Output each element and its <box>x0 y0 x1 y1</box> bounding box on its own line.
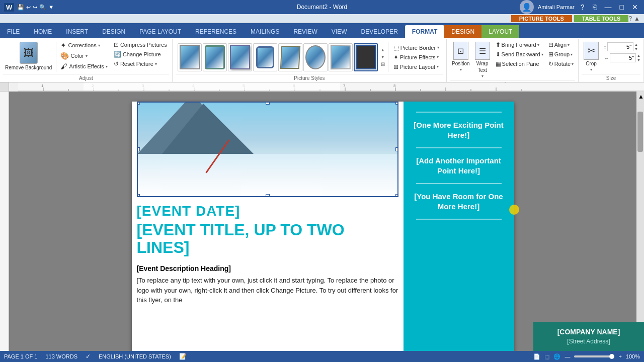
pic-style-8[interactable] <box>354 43 378 71</box>
tab-view[interactable]: VIEW <box>325 25 354 38</box>
gallery-scroll-up[interactable]: ▲ <box>380 47 386 54</box>
pic-style-2[interactable] <box>203 43 227 71</box>
width-up[interactable]: ▲ <box>637 53 640 58</box>
ribbon-collapse-button[interactable]: ⎗ <box>591 3 599 11</box>
picture-layout-button[interactable]: ⊞ Picture Layout ▾ <box>391 62 441 71</box>
artistic-effects-button[interactable]: 🖌 Artistic Effects ▾ <box>58 61 109 71</box>
group-arrow: ▾ <box>571 52 573 57</box>
width-input[interactable] <box>610 53 636 62</box>
language[interactable]: ENGLISH (UNITED STATES) <box>99 353 171 359</box>
tab-mailings[interactable]: MAILINGS <box>244 25 286 38</box>
redo-button[interactable]: ↪ <box>33 4 37 11</box>
handle-top-middle[interactable] <box>266 102 270 105</box>
handle-top-right[interactable] <box>395 102 398 105</box>
pic-style-4[interactable] <box>253 43 277 71</box>
pic-style-6[interactable] <box>303 43 328 71</box>
corrections-button[interactable]: ✦ Corrections ▾ <box>58 40 109 50</box>
reset-picture-button[interactable]: ↺ Reset Picture ▾ <box>112 59 169 68</box>
view-layout-icon[interactable]: ⬚ <box>544 353 549 360</box>
change-picture-button[interactable]: 🔄 Change Picture <box>112 50 169 59</box>
gallery-more[interactable]: ⊞ <box>380 61 386 68</box>
picture-effects-button[interactable]: ✦ Picture Effects ▾ <box>391 53 441 62</box>
handle-top-left[interactable] <box>137 102 140 105</box>
wrap-text-button[interactable]: ☰ Wrap Text ▾ <box>473 40 492 80</box>
tab-design[interactable]: DESIGN <box>95 25 132 38</box>
view-print-icon[interactable]: 📄 <box>533 353 540 360</box>
handle-bottom-right[interactable] <box>395 194 398 197</box>
tab-format[interactable]: FORMAT <box>405 25 444 38</box>
minimize-button[interactable]: — <box>603 3 614 11</box>
zoom-out-button[interactable]: — <box>565 353 570 359</box>
position-button[interactable]: ⊡ Position ▾ <box>450 40 472 73</box>
tab-home[interactable]: HOME <box>27 25 59 38</box>
view-web-icon[interactable]: 🌐 <box>553 353 560 360</box>
maximize-button[interactable]: □ <box>618 3 626 11</box>
username: Amirali Parmar <box>538 4 575 10</box>
user-avatar[interactable]: 👤 <box>520 0 534 14</box>
collapse-ribbon-icon[interactable]: ▲ <box>634 15 640 22</box>
remove-background-button[interactable]: 🖼 Remove Background <box>3 40 54 72</box>
height-up[interactable]: ▲ <box>634 42 638 47</box>
tab-insert[interactable]: INSERT <box>59 25 95 38</box>
zoom-slider[interactable] <box>574 355 614 357</box>
event-image[interactable] <box>137 102 398 197</box>
tab-developer[interactable]: DEVELOPER <box>354 25 405 38</box>
picture-border-button[interactable]: ⬚ Picture Border ▾ <box>391 43 441 52</box>
event-date[interactable]: [EVENT DATE] <box>137 203 398 219</box>
scroll-thumb[interactable] <box>637 112 643 152</box>
right-point-1[interactable]: [One More Exciting Point Here!] <box>411 120 507 140</box>
handle-middle-left[interactable] <box>137 147 140 151</box>
handle-bottom-left[interactable] <box>137 194 140 197</box>
tab-review[interactable]: REVIEW <box>286 25 324 38</box>
print-preview-button[interactable]: 🔍 <box>39 4 46 11</box>
zoom-level[interactable]: 100% <box>626 353 640 359</box>
pic-style-5[interactable] <box>278 43 302 71</box>
right-point-3[interactable]: [You Have Room for One More Here!] <box>411 192 507 211</box>
compress-pictures-button[interactable]: ⊡ Compress Pictures <box>112 40 169 49</box>
customize-button[interactable]: ▼ <box>48 4 54 10</box>
picture-styles-label: Picture Styles <box>176 74 443 81</box>
help-button[interactable]: ? <box>579 3 587 11</box>
cursor-indicator <box>509 205 519 215</box>
bring-forward-button[interactable]: ⬆ Bring Forward ▾ <box>494 40 545 49</box>
color-button[interactable]: 🎨 Color ▾ <box>58 51 109 61</box>
adjust-small-buttons: ✦ Corrections ▾ 🎨 Color ▾ 🖌 Artistic Eff… <box>58 40 109 71</box>
zoom-in-button[interactable]: + <box>618 353 621 359</box>
track-changes-icon[interactable]: 📝 <box>179 353 187 360</box>
page-container[interactable]: [EVENT DATE] [EVENT TITLE, UP TO TWO LIN… <box>9 92 636 351</box>
help-icon[interactable]: ? <box>628 15 632 22</box>
handle-bottom-middle[interactable] <box>266 194 270 197</box>
pic-style-1[interactable] <box>178 43 202 71</box>
crop-arrow: ▾ <box>590 67 592 72</box>
align-button[interactable]: ⊟ Align ▾ <box>547 40 575 49</box>
crop-button[interactable]: ✂ Crop ▾ <box>582 40 601 73</box>
pic-style-3[interactable] <box>228 43 252 71</box>
send-backward-button[interactable]: ⬇ Send Backward ▾ <box>494 50 545 59</box>
selection-pane-button[interactable]: ▦ Selection Pane <box>494 59 545 68</box>
rotate-button[interactable]: ↻ Rotate ▾ <box>547 59 575 68</box>
group-button[interactable]: ⊞ Group ▾ <box>547 50 575 59</box>
undo-button[interactable]: ↩ <box>26 4 31 11</box>
handle-middle-right[interactable] <box>395 147 398 151</box>
pic-style-7[interactable] <box>329 43 353 71</box>
event-desc-body[interactable]: [To replace any tip text with your own, … <box>137 276 398 305</box>
svg-text:1: 1 <box>41 83 44 88</box>
tab-references[interactable]: REFERENCES <box>188 25 244 38</box>
width-down[interactable]: ▼ <box>637 58 640 62</box>
height-down[interactable]: ▼ <box>634 47 638 51</box>
spell-check-icon[interactable]: ✓ <box>86 353 91 360</box>
gallery-scroll-down[interactable]: ▼ <box>380 54 386 61</box>
tab-file[interactable]: FILE <box>0 25 27 38</box>
zoom-thumb[interactable] <box>609 354 614 359</box>
tab-design-table[interactable]: DESIGN <box>444 25 481 38</box>
tab-layout-table[interactable]: LAYOUT <box>481 25 519 38</box>
tab-page-layout[interactable]: PAGE LAYOUT <box>132 25 188 38</box>
event-title[interactable]: [EVENT TITLE, UP TO TWO LINES] <box>137 221 398 256</box>
height-input[interactable] <box>607 42 633 51</box>
scroll-up-button[interactable]: ▲ <box>636 92 644 102</box>
event-desc-heading[interactable]: [Event Description Heading] <box>137 264 398 273</box>
save-button[interactable]: 💾 <box>17 4 24 11</box>
close-button[interactable]: ✕ <box>630 3 640 11</box>
right-point-2[interactable]: [Add Another Important Point Here!] <box>411 156 507 175</box>
vertical-scrollbar[interactable]: ▲ ▼ <box>636 92 644 351</box>
